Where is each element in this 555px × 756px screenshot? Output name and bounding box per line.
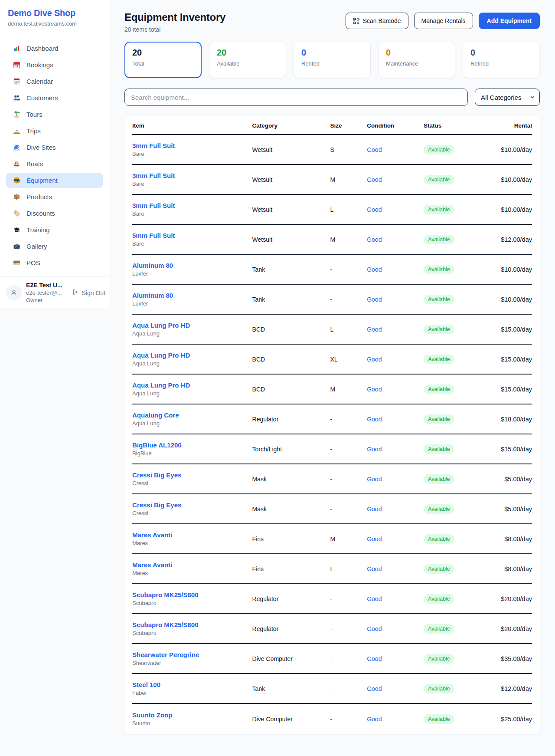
- shop-domain: demo.test.divestreams.com: [8, 20, 101, 27]
- item-name-link[interactable]: Aqualung Core: [132, 411, 252, 419]
- item-name-link[interactable]: Mares Avanti: [132, 531, 252, 539]
- item-condition-link[interactable]: Good: [367, 416, 382, 423]
- sidebar-item-gallery[interactable]: Gallery: [6, 239, 103, 254]
- credit-card-icon: [13, 259, 20, 266]
- stat-card-available[interactable]: 20Available: [209, 42, 286, 78]
- sign-out-button[interactable]: Sign Out: [72, 289, 105, 296]
- stat-card-total[interactable]: 20Total: [124, 42, 202, 78]
- item-condition-link[interactable]: Good: [367, 655, 382, 662]
- item-condition-link[interactable]: Good: [367, 446, 382, 453]
- sidebar-item-bookings[interactable]: 17Bookings: [6, 57, 103, 72]
- item-name-link[interactable]: Cressi Big Eyes: [132, 501, 252, 509]
- item-condition-link[interactable]: Good: [367, 685, 382, 692]
- item-condition-link[interactable]: Good: [367, 386, 382, 393]
- item-condition-link[interactable]: Good: [367, 476, 382, 483]
- item-name-link[interactable]: Aqua Lung Pro HD: [132, 381, 252, 389]
- scan-barcode-button[interactable]: Scan Barcode: [346, 13, 408, 29]
- status-badge: Available: [424, 684, 454, 694]
- item-condition-link[interactable]: Good: [367, 625, 382, 632]
- item-condition-link[interactable]: Good: [367, 536, 382, 542]
- item-cell: Aluminum 80Luxfer: [132, 292, 252, 307]
- sidebar-item-equipment[interactable]: Equipment: [6, 173, 103, 188]
- item-rental-rate: $5.00/day: [480, 476, 532, 483]
- item-condition-link[interactable]: Good: [367, 716, 382, 723]
- sidebar-item-label: Bookings: [26, 61, 53, 69]
- item-cell: Aluminum 80Luxfer: [132, 262, 252, 277]
- sidebar-item-dive-sites[interactable]: Dive Sites: [6, 140, 103, 155]
- item-condition-link[interactable]: Good: [367, 206, 382, 213]
- item-cell: Steel 100Faber: [132, 681, 252, 696]
- item-condition-link[interactable]: Good: [367, 296, 382, 303]
- sidebar-item-discounts[interactable]: Discounts: [6, 206, 103, 221]
- item-condition-link[interactable]: Good: [367, 176, 382, 183]
- sidebar-item-dashboard[interactable]: Dashboard: [6, 41, 103, 56]
- item-condition-link[interactable]: Good: [367, 506, 382, 513]
- search-input[interactable]: [124, 89, 468, 106]
- sidebar-item-tours[interactable]: Tours: [6, 107, 103, 122]
- sidebar-item-customers[interactable]: Customers: [6, 90, 103, 105]
- sidebar-item-label: Dive Sites: [26, 144, 56, 151]
- item-rental-rate: $35.00/day: [480, 655, 532, 662]
- item-name-link[interactable]: 3mm Full Suit: [132, 172, 252, 179]
- item-condition-link[interactable]: Good: [367, 236, 382, 243]
- table-row: 3mm Full SuitBareWetsuitMGoodAvailable$1…: [132, 165, 532, 195]
- item-name-link[interactable]: Aqua Lung Pro HD: [132, 322, 252, 329]
- item-category: Regulator: [252, 416, 330, 423]
- table-row: Aluminum 80LuxferTank-GoodAvailable$10.0…: [132, 255, 532, 285]
- item-size: M: [330, 236, 367, 243]
- item-cell: Aqua Lung Pro HDAqua Lung: [132, 322, 252, 337]
- item-name-link[interactable]: Aluminum 80: [132, 292, 252, 299]
- item-name-link[interactable]: 3mm Full Suit: [132, 202, 252, 209]
- user-info: E2E Test U... e2e-tester@... Owner: [26, 282, 62, 303]
- item-name-link[interactable]: Aqua Lung Pro HD: [132, 352, 252, 359]
- item-name-link[interactable]: Mares Avanti: [132, 561, 252, 569]
- item-name-link[interactable]: Shearwater Peregrine: [132, 651, 252, 658]
- item-size: L: [330, 326, 367, 333]
- item-category: Tank: [252, 266, 330, 273]
- item-category: Regulator: [252, 595, 330, 602]
- item-cell: Cressi Big EyesCressi: [132, 471, 252, 486]
- item-condition-link[interactable]: Good: [367, 595, 382, 602]
- item-name-link[interactable]: Cressi Big Eyes: [132, 471, 252, 479]
- stat-card-maintenance[interactable]: 0Maintenance: [378, 42, 455, 78]
- item-name-link[interactable]: 5mm Full Suit: [132, 232, 252, 239]
- sidebar-item-label: Boats: [26, 160, 43, 168]
- item-name-link[interactable]: Aluminum 80: [132, 262, 252, 269]
- item-condition-link[interactable]: Good: [367, 565, 382, 572]
- manage-rentals-button[interactable]: Manage Rentals: [414, 13, 473, 29]
- category-select[interactable]: All Categories: [475, 89, 540, 106]
- sidebar-item-products[interactable]: Products: [6, 189, 103, 204]
- item-size: M: [330, 536, 367, 542]
- item-name-link[interactable]: Scubapro MK25/S600: [132, 591, 252, 598]
- camera-icon: [13, 243, 20, 250]
- item-name-link[interactable]: Steel 100: [132, 681, 252, 688]
- stat-label: Total: [132, 60, 194, 67]
- sidebar-item-training[interactable]: Training: [6, 222, 103, 237]
- item-condition-link[interactable]: Good: [367, 326, 382, 333]
- sidebar-item-label: Dashboard: [26, 45, 58, 52]
- sidebar-item-trips[interactable]: Trips: [6, 123, 103, 138]
- sidebar-item-boats[interactable]: Boats: [6, 156, 103, 171]
- stat-card-rented[interactable]: 0Rented: [294, 42, 371, 78]
- stat-value: 0: [301, 48, 363, 58]
- item-category: Regulator: [252, 625, 330, 632]
- shop-logo[interactable]: Demo Dive Shop: [8, 8, 101, 18]
- item-cell: Aqua Lung Pro HDAqua Lung: [132, 381, 252, 397]
- add-equipment-button[interactable]: Add Equipment: [479, 13, 540, 29]
- stat-label: Retired: [470, 60, 532, 67]
- status-badge: Available: [424, 235, 454, 244]
- item-size: -: [330, 266, 367, 273]
- stat-card-retired[interactable]: 0Retired: [463, 42, 540, 78]
- item-name-link[interactable]: BigBlue AL1200: [132, 441, 252, 449]
- header-actions: Scan Barcode Manage Rentals Add Equipmen…: [346, 13, 540, 29]
- sidebar-item-pos[interactable]: POS: [6, 255, 103, 270]
- item-condition-link[interactable]: Good: [367, 146, 382, 153]
- item-condition-link[interactable]: Good: [367, 356, 382, 363]
- item-name-link[interactable]: Suunto Zoop: [132, 711, 252, 719]
- item-name-link[interactable]: 3mm Full Suit: [132, 142, 252, 149]
- status-badge: Available: [424, 145, 454, 154]
- item-name-link[interactable]: Scubapro MK25/S600: [132, 621, 252, 628]
- sidebar-item-calendar[interactable]: Calendar: [6, 74, 103, 89]
- item-condition-link[interactable]: Good: [367, 266, 382, 273]
- item-rental-rate: $10.00/day: [480, 266, 532, 273]
